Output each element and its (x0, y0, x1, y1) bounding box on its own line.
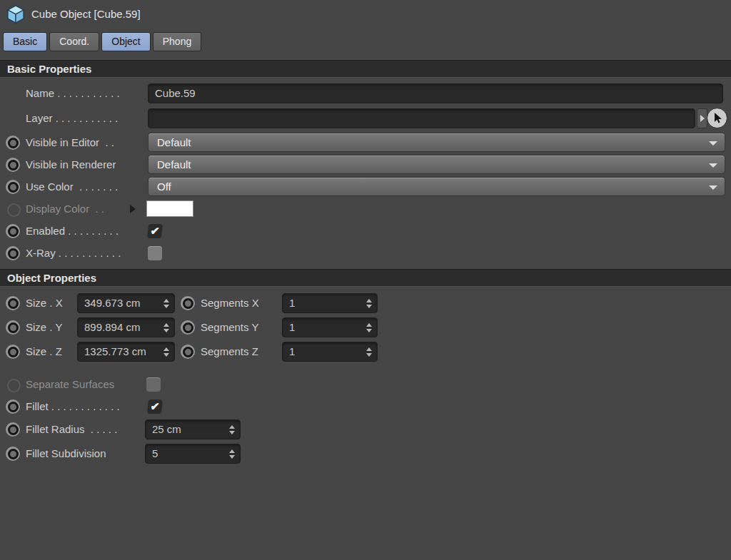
keyframe-dot-disabled (7, 379, 21, 392)
fillet-checkbox[interactable]: ✔ (147, 399, 163, 414)
fillet-radius-input[interactable]: 25 cm (145, 419, 241, 439)
layer-pick-button[interactable] (707, 108, 727, 128)
xray-checkbox[interactable] (148, 246, 162, 260)
use-color-dropdown[interactable]: Off (148, 177, 725, 196)
xray-label: X-Ray . . . . . . . . . . . (26, 243, 121, 263)
layer-input[interactable] (148, 108, 695, 128)
tab-object[interactable]: Object (101, 32, 150, 51)
visible-in-renderer-dropdown[interactable]: Default (148, 155, 725, 174)
dropdown-value: Default (157, 158, 191, 170)
stepper-arrows[interactable] (366, 323, 372, 332)
tab-phong[interactable]: Phong (153, 32, 201, 51)
name-input[interactable]: Cube.59 (148, 83, 723, 103)
stepper-arrows[interactable] (163, 323, 169, 332)
section-header-basic-properties[interactable]: Basic Properties (0, 60, 731, 77)
keyframe-dot[interactable] (6, 447, 20, 461)
visible-in-renderer-label: Visible in Renderer (26, 155, 116, 175)
chevron-down-icon (709, 141, 717, 146)
use-color-label: Use Color . . . . . . . (26, 177, 118, 197)
keyframe-dot[interactable] (6, 296, 20, 310)
keyframe-dot[interactable] (6, 158, 20, 172)
stepper-arrows[interactable] (163, 347, 169, 357)
layer-menu-button[interactable] (697, 108, 707, 128)
stepper-arrows[interactable] (366, 347, 372, 357)
keyframe-dot[interactable] (6, 246, 20, 260)
separate-surfaces-label: Separate Surfaces (26, 375, 114, 394)
keyframe-dot[interactable] (181, 296, 195, 310)
field-value: 1325.773 cm (84, 345, 146, 357)
tab-coord[interactable]: Coord. (49, 32, 99, 51)
fillet-subdivision-label: Fillet Subdivision (26, 444, 106, 464)
row-use-color: Use Color . . . . . . . Off (0, 177, 731, 197)
segments-z-input[interactable]: 1 (282, 342, 378, 362)
size-y-input[interactable]: 899.894 cm (77, 317, 175, 337)
row-fillet-radius: Fillet Radius . . . . . 25 cm (0, 419, 731, 439)
size-y-label: Size . Y (26, 317, 62, 337)
size-x-label: Size . X (26, 293, 63, 313)
name-label: Name . . . . . . . . . . . (26, 83, 120, 103)
cursor-arrow-icon (711, 112, 724, 125)
row-visible-in-editor: Visible in Editor . . Default (0, 133, 731, 153)
dropdown-value: Default (157, 136, 191, 148)
keyframe-dot[interactable] (6, 180, 20, 194)
row-fillet: Fillet . . . . . . . . . . . . ✔ (0, 397, 731, 417)
enabled-checkbox[interactable]: ✔ (147, 224, 163, 238)
stepper-arrows[interactable] (229, 425, 235, 434)
chevron-down-icon (709, 163, 717, 168)
visible-in-editor-label: Visible in Editor . . (26, 133, 114, 153)
page-title: Cube Object [Cube.59] (31, 0, 141, 30)
segments-y-input[interactable]: 1 (282, 317, 378, 337)
enabled-label: Enabled . . . . . . . . . (26, 221, 119, 241)
row-size-y: Size . Y 899.894 cm Segments Y 1 (0, 317, 731, 337)
row-xray: X-Ray . . . . . . . . . . . (0, 243, 731, 263)
stepper-arrows[interactable] (229, 449, 235, 459)
keyframe-dot[interactable] (181, 345, 195, 359)
tab-bar: Basic Coord. Object Phong (3, 32, 201, 51)
separate-surfaces-checkbox (146, 377, 161, 392)
keyframe-dot[interactable] (6, 422, 20, 437)
keyframe-dot[interactable] (6, 136, 20, 150)
display-color-swatch (146, 200, 193, 217)
field-value: 25 cm (152, 423, 181, 435)
section-header-object-properties[interactable]: Object Properties (0, 269, 731, 286)
segments-x-input[interactable]: 1 (282, 293, 378, 313)
row-size-z: Size . Z 1325.773 cm Segments Z 1 (0, 342, 731, 362)
size-x-input[interactable]: 349.673 cm (77, 293, 175, 313)
layer-label: Layer . . . . . . . . . . . (26, 108, 118, 128)
field-value: 5 (152, 447, 158, 459)
segments-y-label: Segments Y (201, 317, 258, 337)
fillet-subdivision-input[interactable]: 5 (145, 444, 241, 464)
segments-z-label: Segments Z (201, 342, 258, 362)
keyframe-dot[interactable] (6, 224, 20, 238)
field-value: 1 (289, 297, 295, 309)
visible-in-editor-dropdown[interactable]: Default (148, 133, 725, 152)
dropdown-value: Off (157, 180, 171, 193)
field-value: 1 (289, 321, 295, 333)
display-color-label: Display Color . . (26, 199, 104, 219)
keyframe-dot[interactable] (6, 399, 20, 414)
right-triangle-icon (700, 115, 705, 122)
keyframe-dot[interactable] (181, 320, 195, 335)
fillet-radius-label: Fillet Radius . . . . . (26, 419, 117, 439)
row-visible-in-renderer: Visible in Renderer Default (0, 155, 731, 175)
row-fillet-subdivision: Fillet Subdivision 5 (0, 444, 731, 464)
field-value: 349.673 cm (84, 297, 140, 309)
field-value: 1 (289, 345, 295, 357)
expand-arrow-icon (130, 205, 136, 213)
attribute-manager-panel: Cube Object [Cube.59] Basic Coord. Objec… (0, 0, 731, 560)
tab-basic[interactable]: Basic (3, 32, 47, 51)
cube-icon (6, 4, 26, 24)
row-separate-surfaces: Separate Surfaces (0, 375, 731, 394)
size-z-input[interactable]: 1325.773 cm (77, 342, 175, 362)
row-display-color: Display Color . . (0, 199, 731, 219)
stepper-arrows[interactable] (366, 299, 372, 308)
row-size-x: Size . X 349.673 cm Segments X 1 (0, 293, 731, 313)
chevron-down-icon (709, 185, 717, 190)
keyframe-dot[interactable] (6, 345, 20, 359)
row-enabled: Enabled . . . . . . . . . ✔ (0, 221, 731, 241)
title-bar: Cube Object [Cube.59] (0, 0, 731, 30)
stepper-arrows[interactable] (163, 299, 169, 308)
keyframe-dot-disabled (7, 203, 21, 217)
segments-x-label: Segments X (201, 293, 259, 313)
keyframe-dot[interactable] (6, 320, 20, 335)
